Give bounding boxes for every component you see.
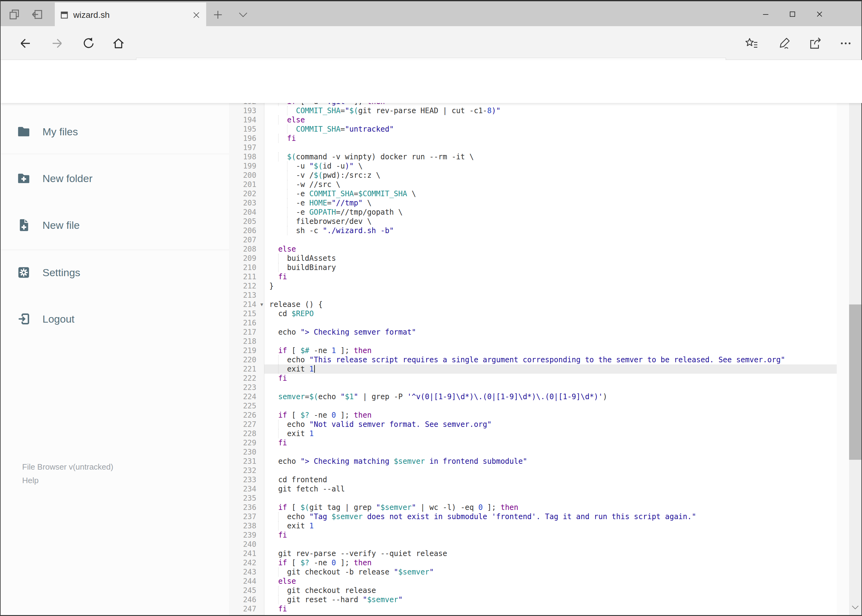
editor-row[interactable]: 204 -e GOPATH=//tmp/gopath \: [229, 207, 849, 217]
code-line[interactable]: buildAssets: [264, 254, 849, 263]
editor-row[interactable]: 205 filebrowser/dev \: [229, 217, 849, 226]
code-line[interactable]: sh -c "./wizard.sh -b": [264, 226, 849, 235]
editor-row[interactable]: 201 -w //src \: [229, 180, 849, 189]
editor-row[interactable]: 193 COMMIT_SHA="$(git rev-parse HEAD | c…: [229, 106, 849, 115]
code-line[interactable]: git reset --hard "$semver": [264, 595, 849, 604]
code-line[interactable]: fi: [264, 531, 849, 540]
code-line[interactable]: fi: [264, 272, 849, 281]
code-line[interactable]: if [ -d ".git" ]; then: [264, 103, 849, 106]
code-line[interactable]: -w //src \: [264, 180, 849, 189]
editor-row[interactable]: 229 fi: [229, 438, 849, 448]
editor-row[interactable]: 203 -e HOME="//tmp" \: [229, 198, 849, 207]
code-line[interactable]: [264, 540, 849, 549]
editor-row[interactable]: 197: [229, 143, 849, 152]
browser-tab[interactable]: wizard.sh: [55, 2, 206, 27]
code-line[interactable]: git checkout release: [264, 586, 849, 595]
editor-row[interactable]: 226 if [ $? -ne 0 ]; then: [229, 410, 849, 420]
editor-row[interactable]: 223: [229, 383, 849, 392]
editor-row[interactable]: 236 if [ $(git tag | grep "$semver" | wc…: [229, 503, 849, 512]
editor-row[interactable]: 207: [229, 235, 849, 245]
code-line[interactable]: semver=$(echo "$1" | grep -P '^v(0|[1-9]…: [264, 392, 849, 401]
sidebar-item-logout[interactable]: Logout: [1, 302, 229, 336]
code-line[interactable]: [264, 493, 849, 503]
editor-row[interactable]: 212}: [229, 281, 849, 291]
code-line[interactable]: -u "$(id -u)" \: [264, 162, 849, 171]
code-line[interactable]: fi: [264, 374, 849, 383]
editor-row[interactable]: 244 else: [229, 577, 849, 586]
code-line[interactable]: if [ $? -ne 0 ]; then: [264, 558, 849, 567]
editor-row[interactable]: 216: [229, 318, 849, 327]
editor-row[interactable]: 224 semver=$(echo "$1" | grep -P '^v(0|[…: [229, 392, 849, 401]
set-tabs-aside-button[interactable]: [27, 4, 48, 25]
editor-row[interactable]: 215 cd $REPO: [229, 309, 849, 318]
code-line[interactable]: -v /$(pwd):/src:z \: [264, 171, 849, 180]
sidebar-item-settings[interactable]: Settings: [1, 256, 229, 289]
editor-row[interactable]: 241 git rev-parse --verify --quiet relea…: [229, 549, 849, 558]
code-line[interactable]: git rev-parse --verify --quiet release: [264, 549, 849, 558]
code-line[interactable]: -e GOPATH=//tmp/gopath \: [264, 207, 849, 217]
editor-row[interactable]: 246 git reset --hard "$semver": [229, 595, 849, 604]
editor-row[interactable]: 192 if [ -d ".git" ]; then: [229, 103, 849, 106]
code-line[interactable]: git fetch --all: [264, 484, 849, 493]
code-line[interactable]: -e COMMIT_SHA=$COMMIT_SHA \: [264, 189, 849, 198]
back-button[interactable]: [14, 32, 37, 55]
code-line[interactable]: }: [264, 281, 849, 291]
scrollbar-down-button[interactable]: [849, 601, 861, 614]
editor-row[interactable]: 225: [229, 401, 849, 410]
share-button[interactable]: [803, 32, 828, 55]
code-line[interactable]: [264, 337, 849, 346]
code-line[interactable]: fi: [264, 134, 849, 143]
web-note-button[interactable]: [772, 32, 796, 55]
code-line[interactable]: [264, 235, 849, 245]
editor-row[interactable]: 220 echo "This release script requires a…: [229, 355, 849, 365]
editor-row[interactable]: 243 git checkout -b release "$semver": [229, 567, 849, 577]
editor-row[interactable]: 235: [229, 493, 849, 503]
editor-row[interactable]: 239 fi: [229, 531, 849, 540]
code-line[interactable]: else: [264, 115, 849, 124]
editor-row[interactable]: 218: [229, 337, 849, 346]
editor-row[interactable]: 206 sh -c "./wizard.sh -b": [229, 226, 849, 235]
code-line[interactable]: release () {: [264, 300, 849, 309]
editor-row[interactable]: 211 fi: [229, 272, 849, 281]
editor-row[interactable]: 234 git fetch --all: [229, 484, 849, 493]
code-line[interactable]: exit 1: [264, 365, 849, 374]
code-line[interactable]: [264, 448, 849, 457]
close-window-button[interactable]: [802, 1, 837, 27]
code-line[interactable]: COMMIT_SHA="$(git rev-parse HEAD | cut -…: [264, 106, 849, 115]
code-line[interactable]: filebrowser/dev \: [264, 217, 849, 226]
code-line[interactable]: exit 1: [264, 429, 849, 438]
editor-row[interactable]: 232: [229, 466, 849, 475]
editor-row[interactable]: 208 else: [229, 245, 849, 254]
scrollbar-thumb[interactable]: [849, 305, 861, 460]
editor-row[interactable]: 228 exit 1: [229, 429, 849, 438]
code-line[interactable]: $(command -v winpty) docker run --rm -it…: [264, 152, 849, 162]
editor-row[interactable]: 196 fi: [229, 134, 849, 143]
code-line[interactable]: [264, 383, 849, 392]
code-editor[interactable]: 192 if [ -d ".git" ]; then193 COMMIT_SHA…: [229, 103, 849, 616]
editor-row[interactable]: 231 echo "> Checking matching $semver in…: [229, 457, 849, 466]
fold-arrow-icon[interactable]: ▾: [260, 300, 263, 309]
code-line[interactable]: [264, 318, 849, 327]
tab-close-button[interactable]: [189, 8, 203, 22]
editor-row[interactable]: 194 else: [229, 115, 849, 124]
code-line[interactable]: fi: [264, 438, 849, 448]
code-line[interactable]: -e HOME="//tmp" \: [264, 198, 849, 207]
editor-row[interactable]: 214▾release () {: [229, 300, 849, 309]
code-line[interactable]: [264, 143, 849, 152]
editor-row[interactable]: 217 echo "> Checking semver format": [229, 327, 849, 337]
editor-row[interactable]: 240: [229, 540, 849, 549]
sidebar-item-new-file[interactable]: New file: [1, 208, 229, 242]
tab-preview-chevron-button[interactable]: [236, 8, 251, 22]
code-line[interactable]: fi: [264, 604, 849, 614]
code-line[interactable]: [264, 466, 849, 475]
tabs-preview-button[interactable]: [4, 4, 25, 25]
editor-row[interactable]: 202 -e COMMIT_SHA=$COMMIT_SHA \: [229, 189, 849, 198]
vertical-scrollbar[interactable]: [849, 60, 861, 616]
sidebar-item-new-folder[interactable]: New folder: [1, 162, 229, 195]
editor-row[interactable]: 198 $(command -v winpty) docker run --rm…: [229, 152, 849, 162]
editor-row[interactable]: 209 buildAssets: [229, 254, 849, 263]
code-line[interactable]: if [ $? -ne 0 ]; then: [264, 410, 849, 420]
editor-row[interactable]: 238 exit 1: [229, 521, 849, 531]
code-line[interactable]: [264, 401, 849, 410]
code-line[interactable]: else: [264, 245, 849, 254]
